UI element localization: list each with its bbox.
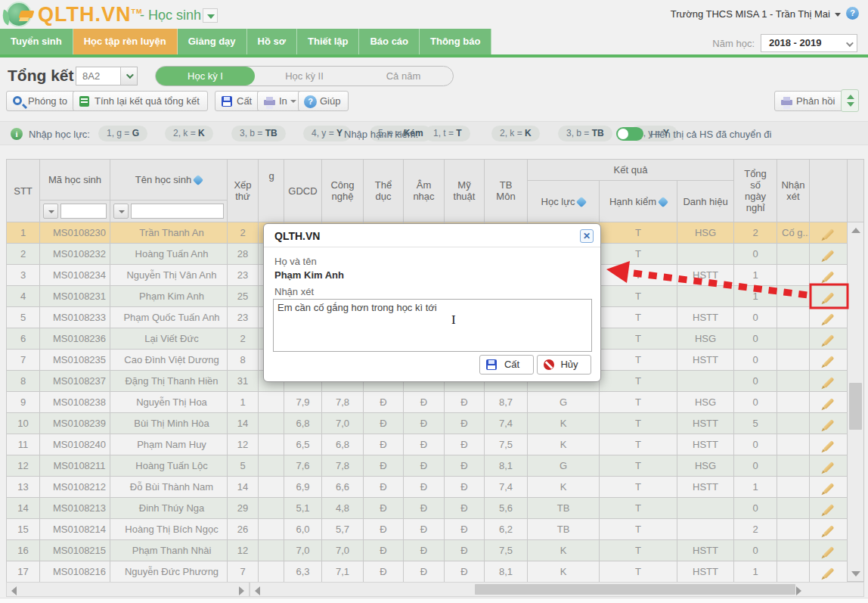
cell-gdcd[interactable]: 7,0 bbox=[284, 540, 322, 561]
cell-hanhkiem[interactable]: T bbox=[600, 371, 677, 392]
cell-hanhkiem[interactable]: T bbox=[600, 413, 677, 434]
cell-hanhkiem[interactable]: T bbox=[600, 328, 677, 350]
edit-comment-icon[interactable] bbox=[823, 483, 834, 494]
cell-gdcd[interactable]: 7,9 bbox=[284, 392, 322, 413]
cell-danhhieu[interactable]: HSG bbox=[677, 455, 734, 477]
cell-nghi[interactable]: 0 bbox=[734, 307, 777, 328]
cell-nghi[interactable]: 2 bbox=[734, 519, 777, 540]
student-row[interactable]: 16MS0108215Phạm Thanh Nhài127,07,0ĐĐĐ7,5… bbox=[7, 540, 848, 561]
cell-danhhieu[interactable] bbox=[677, 244, 734, 265]
scroll-right-arrow[interactable] bbox=[239, 586, 244, 595]
cell-theduc[interactable]: Đ bbox=[364, 434, 404, 455]
edit-comment-icon[interactable] bbox=[823, 546, 834, 558]
cell-danhhieu[interactable]: HSTT bbox=[677, 350, 734, 371]
frozen-pane-hscrollbar[interactable] bbox=[6, 582, 250, 597]
cell-danhhieu[interactable]: HSG bbox=[677, 328, 734, 350]
cell-theduc[interactable]: Đ bbox=[364, 540, 404, 561]
cell-congnghe[interactable]: 6,6 bbox=[322, 477, 364, 498]
cell-amnhac[interactable]: Đ bbox=[404, 540, 445, 561]
col-header-partial[interactable]: g bbox=[259, 160, 284, 222]
cell-hanhkiem[interactable]: T bbox=[600, 307, 677, 328]
cell-hocluc[interactable]: G bbox=[528, 392, 600, 413]
col-header-congnghe[interactable]: Công nghệ bbox=[322, 160, 364, 222]
nav-tab-học-tập-rèn-luyện[interactable]: Học tập rèn luyện bbox=[73, 29, 178, 54]
scroll-left-arrow[interactable] bbox=[11, 586, 17, 595]
edit-comment-icon[interactable] bbox=[823, 334, 834, 346]
cell-amnhac[interactable]: Đ bbox=[404, 519, 445, 540]
cell-nghi[interactable]: 1 bbox=[734, 286, 777, 307]
module-dropdown-button[interactable] bbox=[203, 8, 218, 23]
cell-danhhieu[interactable] bbox=[677, 371, 734, 392]
cell-mythuat[interactable]: Đ bbox=[445, 434, 485, 455]
account-menu[interactable]: Trường THCS MISA 1 - Trần Thị Mai bbox=[671, 8, 830, 20]
show-transferred-toggle[interactable] bbox=[616, 127, 643, 141]
zoom-button[interactable]: Phóng to bbox=[6, 91, 76, 111]
col-header-ngaynghi[interactable]: Tổng số ngày nghỉ bbox=[734, 160, 777, 222]
cell-congnghe[interactable]: 7,8 bbox=[322, 455, 364, 477]
cell-hanhkiem[interactable]: T bbox=[600, 350, 677, 371]
semester-tab[interactable]: Cả năm bbox=[354, 67, 453, 85]
nav-tab-thông-báo[interactable]: Thông báo bbox=[420, 29, 491, 54]
main-pane-hscrollbar[interactable] bbox=[250, 582, 864, 597]
edit-comment-icon[interactable] bbox=[823, 504, 834, 515]
cell-congnghe[interactable]: 7,0 bbox=[322, 540, 364, 561]
col-header-danhhieu[interactable]: Danh hiệu bbox=[677, 181, 734, 222]
cell-hanhkiem[interactable]: T bbox=[600, 244, 677, 265]
cell-congnghe[interactable]: 4,8 bbox=[322, 498, 364, 519]
nav-tab-thiết-lập[interactable]: Thiết lập bbox=[297, 29, 359, 54]
student-row[interactable]: 9MS0108238Nguyễn Thị Hoa17,97,8ĐĐĐ8,7GTH… bbox=[7, 392, 848, 413]
class-select[interactable]: 8A2 bbox=[76, 67, 138, 85]
cell-hanhkiem[interactable]: T bbox=[600, 222, 677, 244]
edit-comment-icon[interactable] bbox=[823, 292, 834, 303]
cell-nghi[interactable]: 0 bbox=[734, 498, 777, 519]
recalculate-button[interactable]: Tính lại kết quả tổng kết bbox=[73, 91, 208, 111]
student-row[interactable]: 11MS0108240Phạm Nam Huy126,56,8ĐĐĐ7,5KTH… bbox=[7, 434, 848, 455]
cell-hocluc[interactable]: TB bbox=[528, 498, 600, 519]
cell-hocluc[interactable]: K bbox=[528, 561, 600, 583]
cell-gdcd[interactable]: 6,8 bbox=[284, 413, 322, 434]
cell-hocluc[interactable]: K bbox=[528, 540, 600, 561]
cell-danhhieu[interactable] bbox=[677, 286, 734, 307]
student-row[interactable]: 17MS0108216Nguyễn Đức Phương76,37,1ĐĐĐ8,… bbox=[7, 561, 848, 583]
cell-theduc[interactable]: Đ bbox=[364, 392, 404, 413]
cell-danhhieu[interactable]: HSTT bbox=[677, 561, 734, 583]
cell-theduc[interactable]: Đ bbox=[364, 498, 404, 519]
cell-danhhieu[interactable]: HSTT bbox=[677, 434, 734, 455]
edit-comment-icon[interactable] bbox=[823, 462, 834, 473]
cell-amnhac[interactable]: Đ bbox=[404, 392, 445, 413]
cell-hanhkiem[interactable]: T bbox=[600, 392, 677, 413]
cell-mythuat[interactable]: Đ bbox=[445, 413, 485, 434]
col-header-code[interactable]: Mã học sinh bbox=[40, 160, 110, 200]
cell-danhhieu[interactable] bbox=[677, 519, 734, 540]
cell-hanhkiem[interactable]: T bbox=[600, 540, 677, 561]
cell-hanhkiem[interactable]: T bbox=[600, 477, 677, 498]
expand-collapse-button[interactable] bbox=[841, 89, 859, 112]
edit-comment-icon[interactable] bbox=[823, 356, 834, 367]
edit-comment-icon[interactable] bbox=[823, 419, 834, 430]
cell-amnhac[interactable]: Đ bbox=[404, 498, 445, 519]
col-header-hanhkiem[interactable]: Hạnh kiểm bbox=[600, 181, 677, 222]
cell-nghi[interactable]: 0 bbox=[734, 540, 777, 561]
cell-amnhac[interactable]: Đ bbox=[404, 477, 445, 498]
edit-comment-icon[interactable] bbox=[823, 440, 834, 452]
col-header-gdcd[interactable]: GDCD bbox=[284, 160, 322, 222]
help-icon[interactable]: ? bbox=[846, 7, 859, 20]
dialog-save-button[interactable]: Cất bbox=[479, 355, 534, 375]
cell-nghi[interactable]: 0 bbox=[734, 350, 777, 371]
nav-tab-hồ-sơ[interactable]: Hồ sơ bbox=[247, 29, 297, 54]
col-header-rank[interactable]: Xếp thứ bbox=[228, 160, 259, 222]
cell-nghi[interactable]: 1 bbox=[734, 561, 777, 583]
vertical-scrollbar[interactable] bbox=[847, 159, 864, 582]
student-row[interactable]: 12MS0108211Hoàng Tuấn Lộc57,67,8ĐĐĐ8,1GT… bbox=[7, 455, 848, 477]
feedback-button[interactable]: Phản hồi bbox=[774, 91, 843, 111]
cell-hanhkiem[interactable]: T bbox=[600, 561, 677, 583]
cell-mythuat[interactable]: Đ bbox=[445, 498, 485, 519]
cell-nghi[interactable]: 0 bbox=[734, 244, 777, 265]
col-header-name[interactable]: Tên học sinh bbox=[110, 160, 228, 200]
cell-hanhkiem[interactable]: T bbox=[600, 519, 677, 540]
nav-tab-giảng-dạy[interactable]: Giảng dạy bbox=[178, 29, 247, 54]
cell-congnghe[interactable]: 7,8 bbox=[322, 392, 364, 413]
cell-mythuat[interactable]: Đ bbox=[445, 540, 485, 561]
cell-hanhkiem[interactable]: T bbox=[600, 265, 677, 286]
edit-comment-icon[interactable] bbox=[823, 377, 834, 388]
